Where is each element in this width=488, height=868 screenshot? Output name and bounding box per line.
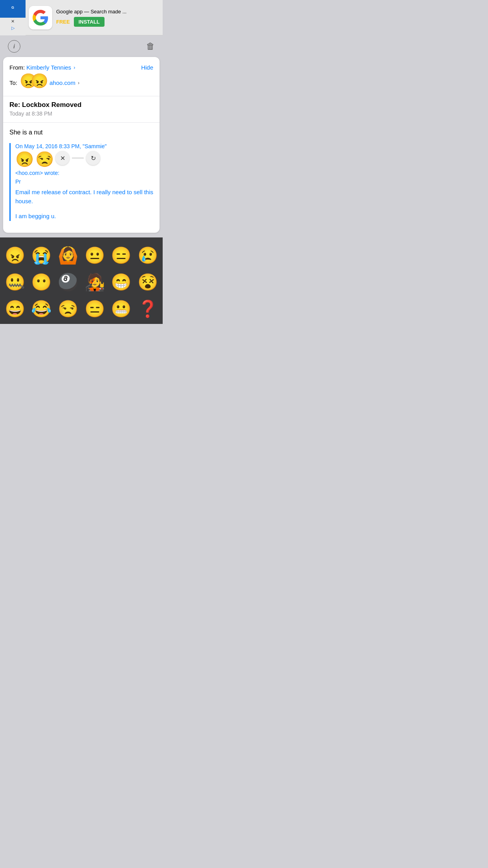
emoji-cell-2-3[interactable]: 🎱 xyxy=(56,270,80,294)
to-label: To: xyxy=(9,79,17,86)
emoji-cell-2-4[interactable]: 🧑‍🎤 xyxy=(83,270,106,294)
emoji-grid: 😠 😭 🙆 😐 😑 😢 🤐 😶 🎱 🧑‍🎤 😁 😵 😄 😂 😒 😑 😬 ❓ xyxy=(3,244,160,321)
ad-free-label: FREE xyxy=(56,19,70,25)
ad-install-button[interactable]: INSTALL xyxy=(74,17,105,27)
from-chevron-icon[interactable]: › xyxy=(73,64,75,70)
to-address[interactable]: ahoo.com xyxy=(50,79,75,86)
emoji-remove-button[interactable]: ✕ xyxy=(55,151,70,165)
emoji-cell-3-5[interactable]: 😬 xyxy=(110,297,133,321)
to-chevron-icon[interactable]: › xyxy=(78,80,79,86)
quoted-block: On May 14, 2016 8:33 PM, "Sammie" 😠 😒 ✕ … xyxy=(9,143,153,221)
emoji-cell-1-6[interactable]: 😢 xyxy=(136,244,160,267)
emoji-cell-2-6[interactable]: 😵 xyxy=(136,270,160,294)
info-button[interactable]: i xyxy=(8,40,20,53)
email-date: Today at 8:38 PM xyxy=(9,110,153,117)
email-to-row: To: 😠 😠 ahoo.com › xyxy=(9,74,153,91)
emoji-cell-3-3[interactable]: 😒 xyxy=(56,297,80,321)
divider-1 xyxy=(3,96,160,96)
quoted-header: On May 14, 2016 8:33 PM, "Sammie" xyxy=(15,143,153,149)
emoji-refresh-button[interactable]: ↻ xyxy=(86,151,100,165)
emoji-cell-1-5[interactable]: 😑 xyxy=(110,244,133,267)
emoji-cell-2-5[interactable]: 😁 xyxy=(110,270,133,294)
from-label: From: xyxy=(9,64,25,71)
emoji-cell-3-6[interactable]: ❓ xyxy=(136,297,160,321)
emoji-cell-2-2[interactable]: 😶 xyxy=(30,270,53,294)
emoji-angry-2: 😠 xyxy=(31,74,48,88)
emoji-cell-1-4[interactable]: 😐 xyxy=(83,244,106,267)
emoji-popup-1: 😠 xyxy=(15,152,34,167)
email-card: From: Kimberly Tennies › Hide To: 😠 😠 ah… xyxy=(3,57,160,233)
ad-play-icon: ▷ xyxy=(11,26,15,31)
hide-button[interactable]: Hide xyxy=(141,64,153,71)
toolbar: i 🗑 xyxy=(0,35,163,57)
quoted-body2: I am begging u. xyxy=(15,212,153,221)
emoji-cell-3-1[interactable]: 😄 xyxy=(3,297,27,321)
emoji-popup-2: 😒 xyxy=(35,152,54,167)
emoji-cell-1-1[interactable]: 😠 xyxy=(3,244,27,267)
emoji-cell-1-3[interactable]: 🙆 xyxy=(56,244,80,267)
emoji-picker: 😠 😭 🙆 😐 😑 😢 🤐 😶 🎱 🧑‍🎤 😁 😵 😄 😂 😒 😑 😬 ❓ xyxy=(0,237,163,324)
from-name[interactable]: Kimberly Tennies xyxy=(26,64,71,71)
quoted-prefix: Pr xyxy=(15,178,153,185)
email-subject: Re: Lockbox Removed xyxy=(9,101,153,109)
emoji-cell-3-4[interactable]: 😑 xyxy=(83,297,106,321)
email-from-row: From: Kimberly Tennies › Hide xyxy=(9,64,153,71)
divider-2 xyxy=(3,122,160,123)
popup-line xyxy=(72,158,84,158)
quoted-body: Email me release of contract. I really n… xyxy=(15,188,153,206)
ad-title: Google app — Search made ... xyxy=(56,9,159,15)
quoted-address: <hoo.com> wrote: xyxy=(15,170,153,176)
email-body: She is a nut xyxy=(9,129,153,136)
ad-banner: G ✕ ▷ Google app — Search made ... FREE … xyxy=(0,0,163,35)
emoji-cell-1-2[interactable]: 😭 xyxy=(30,244,53,267)
ad-close-x-icon[interactable]: ✕ xyxy=(11,19,15,24)
ad-app-icon xyxy=(29,6,52,29)
trash-button[interactable]: 🗑 xyxy=(146,41,155,51)
ad-content: Google app — Search made ... FREE INSTAL… xyxy=(52,6,163,30)
emoji-cell-3-2[interactable]: 😂 xyxy=(30,297,53,321)
emoji-cell-2-1[interactable]: 🤐 xyxy=(3,270,27,294)
